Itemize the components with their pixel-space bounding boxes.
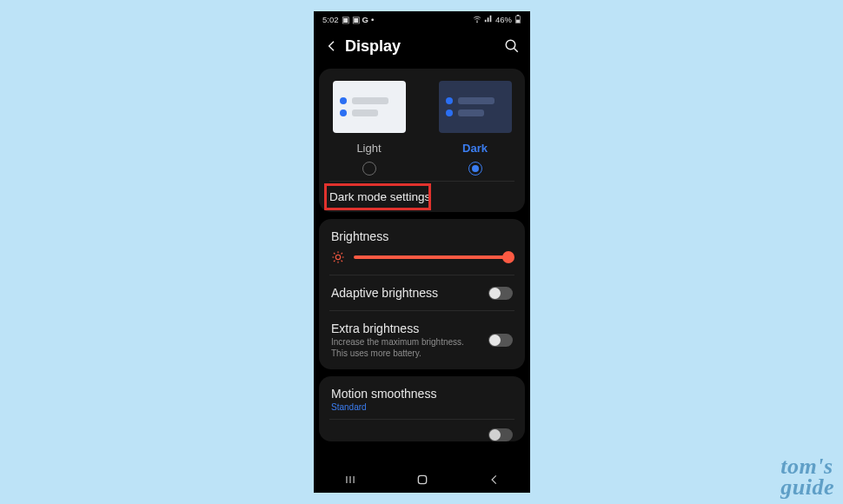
theme-radio-light[interactable]	[362, 162, 376, 176]
brightness-track[interactable]	[354, 255, 513, 259]
dark-mode-settings-row[interactable]: Dark mode settings	[319, 182, 525, 212]
svg-point-0	[477, 21, 478, 22]
battery-icon	[514, 15, 521, 25]
watermark: tom's guide	[780, 456, 834, 497]
status-right: 46%	[473, 15, 521, 25]
svg-rect-3	[516, 19, 520, 23]
theme-option-light[interactable]: Light	[330, 81, 408, 176]
page-title: Display	[345, 37, 401, 56]
phone-frame: 5:02 ▣ ▣ G • 46% Display	[314, 11, 530, 493]
theme-card: Light Dark Dark mode settings	[319, 69, 525, 212]
nav-back-button[interactable]	[488, 473, 501, 487]
theme-label-light: Light	[356, 142, 381, 155]
eye-comfort-row[interactable]	[319, 420, 525, 441]
status-left: 5:02 ▣ ▣ G •	[322, 15, 374, 24]
google-icon: G	[362, 15, 368, 24]
svg-line-14	[342, 253, 342, 254]
extra-brightness-row[interactable]: Extra brightness Increase the maximum br…	[319, 311, 525, 369]
motion-label: Motion smoothness	[331, 387, 513, 401]
extra-brightness-desc: Increase the maximum brightness. This us…	[331, 337, 470, 359]
eye-comfort-toggle[interactable]	[488, 428, 513, 441]
svg-point-4	[506, 40, 515, 50]
brightness-knob[interactable]	[502, 251, 514, 263]
motion-value: Standard	[331, 402, 513, 412]
image-icon: ▣	[352, 15, 360, 24]
adaptive-brightness-row[interactable]: Adaptive brightness	[319, 275, 525, 310]
adaptive-brightness-label: Adaptive brightness	[331, 286, 480, 300]
sun-icon	[331, 250, 345, 264]
signal-icon	[484, 15, 493, 25]
status-bar: 5:02 ▣ ▣ G • 46%	[314, 11, 530, 27]
svg-line-12	[342, 261, 342, 262]
theme-radio-dark[interactable]	[468, 162, 482, 176]
adaptive-brightness-toggle[interactable]	[488, 287, 513, 300]
brightness-slider[interactable]	[331, 250, 513, 264]
motion-smoothness-row[interactable]: Motion smoothness Standard	[319, 376, 525, 419]
wifi-icon	[473, 15, 481, 25]
svg-line-13	[334, 261, 335, 262]
dot-icon: •	[371, 15, 374, 24]
theme-label-dark: Dark	[462, 142, 488, 155]
back-button[interactable]	[324, 38, 340, 54]
svg-line-11	[334, 253, 335, 254]
svg-point-6	[335, 255, 340, 259]
watermark-line2: guide	[780, 477, 834, 497]
navigation-bar	[314, 467, 530, 493]
image-icon: ▣	[342, 15, 349, 24]
status-time: 5:02	[322, 15, 339, 24]
motion-card: Motion smoothness Standard	[319, 376, 525, 441]
theme-preview-light	[333, 81, 406, 133]
nav-recents-button[interactable]	[343, 473, 357, 487]
title-bar: Display	[314, 27, 530, 65]
nav-home-button[interactable]	[415, 473, 429, 487]
extra-brightness-toggle[interactable]	[488, 334, 513, 347]
theme-option-dark[interactable]: Dark	[436, 81, 514, 176]
dark-mode-settings-label: Dark mode settings	[319, 190, 525, 203]
extra-brightness-label: Extra brightness	[331, 322, 480, 335]
svg-rect-18	[418, 475, 426, 483]
brightness-card: Brightness Adaptive brightness Extra bri…	[319, 219, 525, 369]
theme-preview-dark	[439, 81, 512, 133]
search-button[interactable]	[504, 38, 520, 54]
battery-text: 46%	[495, 15, 512, 24]
brightness-label: Brightness	[331, 229, 513, 243]
svg-line-5	[514, 48, 518, 52]
